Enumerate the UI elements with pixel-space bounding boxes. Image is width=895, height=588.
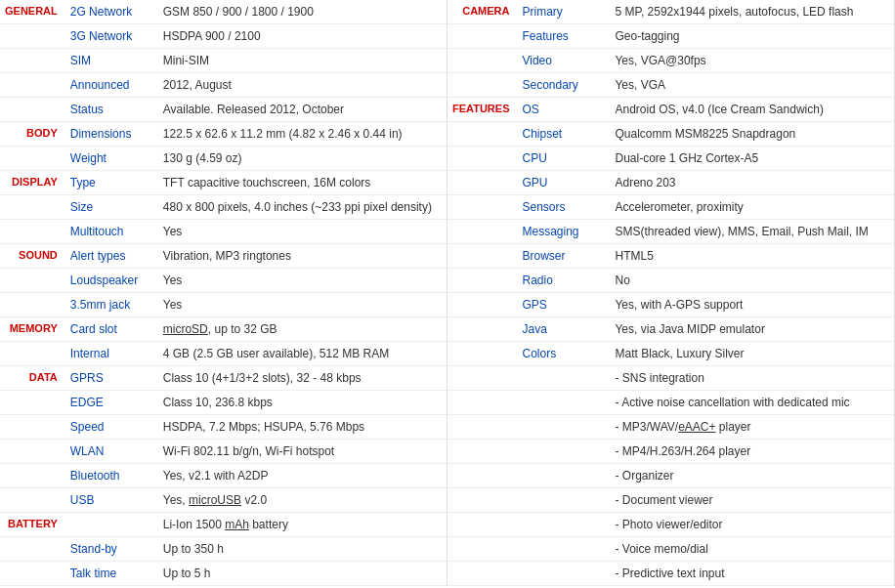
spec-key-link[interactable]: Bluetooth [70,469,120,483]
key-cell[interactable]: Type [65,171,158,195]
key-cell[interactable] [517,513,610,537]
key-cell[interactable]: Primary [517,0,610,24]
spec-key-link[interactable]: Size [70,200,93,214]
right-table: CAMERAPrimary5 MP, 2592x1944 pixels, aut… [448,0,894,586]
key-cell[interactable]: Talk time [65,562,158,586]
spec-key-link[interactable]: 3.5mm jack [70,298,130,312]
key-cell[interactable]: WLAN [65,440,158,464]
spec-key-link[interactable]: Java [522,322,546,336]
spec-key-link[interactable]: OS [522,103,538,116]
key-cell[interactable] [517,440,610,464]
key-cell[interactable]: Secondary [517,73,610,98]
key-cell[interactable]: Speed [65,415,158,440]
spec-key-link[interactable]: Multitouch [70,225,124,238]
key-cell[interactable]: Chipset [517,122,610,147]
spec-key-link[interactable]: Features [522,29,568,43]
spec-key-link[interactable]: Dimensions [70,127,132,141]
key-cell[interactable] [517,391,610,415]
spec-key-link[interactable]: USB [70,493,95,507]
spec-key-link[interactable]: Talk time [70,567,116,580]
value-cell: 122.5 x 62.6 x 11.2 mm (4.82 x 2.46 x 0.… [158,122,447,147]
key-cell[interactable]: Features [517,24,610,49]
key-cell[interactable]: Colors [517,342,610,366]
spec-key-link[interactable]: Secondary [522,78,577,92]
key-cell[interactable]: 3G Network [65,24,158,49]
key-cell[interactable]: Stand-by [65,537,158,562]
spec-key-link[interactable]: 3G Network [70,29,132,43]
key-cell[interactable]: Alert types [65,244,158,269]
spec-key-link[interactable]: Primary [522,5,562,19]
key-cell[interactable]: GPU [517,171,610,195]
key-cell[interactable] [517,464,610,488]
spec-key-link[interactable]: GPU [522,176,547,189]
key-cell[interactable]: Announced [65,73,158,98]
spec-key-link[interactable]: Internal [70,347,109,360]
key-cell[interactable]: Internal [65,342,158,366]
key-cell[interactable]: CPU [517,147,610,171]
key-cell[interactable]: Dimensions [65,122,158,147]
spec-key-link[interactable]: EDGE [70,396,104,409]
key-cell[interactable] [517,537,610,562]
key-cell[interactable]: Multitouch [65,220,158,244]
category-cell [0,562,65,586]
key-cell[interactable]: Weight [65,147,158,171]
key-cell[interactable]: 2G Network [65,0,158,24]
left-table: GENERAL2G NetworkGSM 850 / 900 / 1800 / … [0,0,447,586]
spec-key-link[interactable]: Speed [70,420,105,434]
value-cell: Mini-SIM [158,49,447,73]
key-cell[interactable]: EDGE [65,391,158,415]
table-row: WLANWi-Fi 802.11 b/g/n, Wi-Fi hotspot [0,440,447,464]
spec-key-link[interactable]: Sensors [522,200,565,214]
spec-key-link[interactable]: Chipset [522,127,562,141]
category-cell [448,73,517,98]
spec-key-link[interactable]: Browser [522,249,565,263]
key-cell[interactable]: USB [65,488,158,513]
spec-key-link[interactable]: 2G Network [70,5,132,19]
value-cell: Yes, VGA@30fps [610,49,894,73]
key-cell[interactable]: Status [65,98,158,122]
spec-key-link[interactable]: Card slot [70,322,117,336]
key-cell[interactable]: Card slot [65,317,158,342]
spec-key-link[interactable]: Type [70,176,96,189]
spec-key-link[interactable]: Stand-by [70,542,117,556]
spec-key-link[interactable]: Announced [70,78,130,92]
spec-key-link[interactable]: Messaging [522,225,578,238]
key-cell[interactable]: OS [517,98,610,122]
key-cell[interactable]: Video [517,49,610,73]
table-row: Stand-byUp to 350 h [0,537,447,562]
spec-key-link[interactable]: Colors [522,347,556,360]
spec-key-link[interactable]: Video [522,54,551,67]
key-cell[interactable]: Messaging [517,220,610,244]
key-cell[interactable]: Browser [517,244,610,269]
key-cell[interactable]: Java [517,317,610,342]
category-cell: SOUND [0,244,65,269]
key-cell[interactable]: GPS [517,293,610,317]
spec-key-link[interactable]: Status [70,103,104,116]
spec-key-link[interactable]: SIM [70,54,91,67]
category-cell [448,244,517,269]
spec-key-link[interactable]: GPS [522,298,546,312]
right-panel: CAMERAPrimary5 MP, 2592x1944 pixels, aut… [448,0,895,586]
key-cell[interactable]: Sensors [517,195,610,220]
key-cell[interactable]: GPRS [65,366,158,391]
spec-key-link[interactable]: Loudspeaker [70,273,138,287]
table-row: BODYDimensions122.5 x 62.6 x 11.2 mm (4.… [0,122,447,147]
key-cell[interactable] [65,513,158,537]
key-cell[interactable]: 3.5mm jack [65,293,158,317]
key-cell[interactable] [517,488,610,513]
table-row: GPSYes, with A-GPS support [448,293,894,317]
key-cell[interactable]: Size [65,195,158,220]
key-cell[interactable]: Loudspeaker [65,269,158,293]
spec-key-link[interactable]: Weight [70,151,107,165]
spec-key-link[interactable]: Alert types [70,249,126,263]
key-cell[interactable]: SIM [65,49,158,73]
key-cell[interactable] [517,366,610,391]
spec-key-link[interactable]: WLAN [70,444,105,458]
key-cell[interactable] [517,415,610,440]
key-cell[interactable] [517,562,610,586]
spec-key-link[interactable]: Radio [522,273,552,287]
key-cell[interactable]: Bluetooth [65,464,158,488]
key-cell[interactable]: Radio [517,269,610,293]
spec-key-link[interactable]: CPU [522,151,546,165]
spec-key-link[interactable]: GPRS [70,371,104,385]
